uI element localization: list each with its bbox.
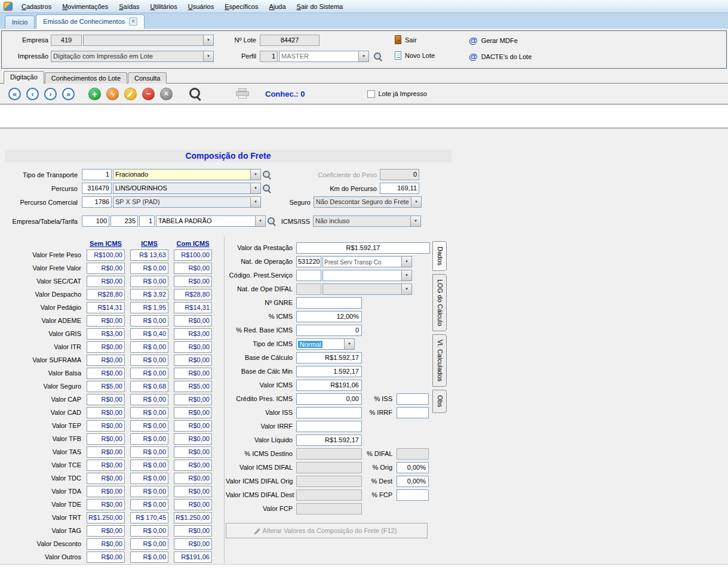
search-icon[interactable] <box>373 52 382 61</box>
field-valor-icms-difal-orig[interactable] <box>296 476 362 487</box>
valor-sem-icms[interactable]: R$0,00 <box>87 486 125 497</box>
field-dest[interactable]: 0,00% <box>397 476 429 487</box>
menu-item-ajuda[interactable]: Ajuda <box>263 1 291 12</box>
dropdown-arrow-icon[interactable]: ▼ <box>203 35 213 45</box>
valor-icms[interactable]: R$ 0,00 <box>130 263 168 274</box>
dropdown-arrow-icon[interactable]: ▼ <box>410 216 420 226</box>
valor-icms[interactable]: R$ 0,00 <box>130 551 168 563</box>
empresa-combo[interactable]: ▼ <box>83 35 214 46</box>
valor-com-icms[interactable]: R$0,00 <box>174 263 212 274</box>
valor-sem-icms[interactable]: R$0,00 <box>87 420 125 432</box>
valor-com-icms[interactable]: R$0,00 <box>174 538 212 550</box>
valor-icms[interactable]: R$ 1,95 <box>130 302 168 313</box>
valor-sem-icms[interactable]: R$0,00 <box>87 446 125 458</box>
valor-sem-icms[interactable]: R$0,00 <box>87 315 125 326</box>
valor-icms[interactable]: R$ 0,00 <box>130 394 168 405</box>
valor-icms[interactable]: R$ 0,00 <box>130 420 168 432</box>
valor-icms[interactable]: R$ 0,00 <box>130 315 168 326</box>
valor-icms[interactable]: R$ 0,00 <box>130 407 168 418</box>
field-orig[interactable]: 0,00% <box>397 462 429 473</box>
tab-inicio[interactable]: Início <box>5 16 35 29</box>
valor-com-icms[interactable]: R$0,00 <box>174 315 212 326</box>
nav-last-button[interactable]: » <box>62 88 75 100</box>
valor-com-icms[interactable]: R$0,00 <box>174 341 212 353</box>
search-icon[interactable] <box>189 87 202 100</box>
valor-com-icms[interactable]: R$0,00 <box>174 394 212 405</box>
edit-button[interactable] <box>124 88 137 100</box>
valor-icms[interactable]: R$ 0,00 <box>130 538 168 550</box>
valor-sem-icms[interactable]: R$0,00 <box>87 407 125 418</box>
valor-icms[interactable]: R$ 13,63 <box>130 249 168 261</box>
valor-icms[interactable]: R$ 0,00 <box>130 486 168 497</box>
valor-com-icms[interactable]: R$0,00 <box>174 433 212 445</box>
valor-com-icms[interactable]: R$0,00 <box>174 355 212 366</box>
dropdown-arrow-icon[interactable]: ▼ <box>401 257 411 267</box>
lote-field[interactable]: 84427 <box>260 35 320 46</box>
combo-codigo-prest-servico[interactable]: ▼ <box>322 270 412 281</box>
field-iss[interactable] <box>397 393 429 405</box>
side-tab-vl-calculados[interactable]: Vl. Calculados <box>432 334 447 387</box>
valor-icms[interactable]: R$ 0,00 <box>130 355 168 366</box>
field-valor-irrf[interactable] <box>296 421 362 432</box>
valor-sem-icms[interactable]: R$0,00 <box>87 551 125 563</box>
field-n-gnre[interactable] <box>296 297 362 309</box>
field-fcp[interactable] <box>397 489 429 501</box>
sub-tab-consulta[interactable]: Consulta <box>128 72 167 84</box>
field-difal[interactable] <box>397 448 429 460</box>
menu-item-saidas[interactable]: Saídas <box>113 1 145 12</box>
valor-icms[interactable]: R$ 170,45 <box>130 512 168 523</box>
percurso-comercial-code-field[interactable]: 1786 <box>82 196 112 208</box>
dropdown-arrow-icon[interactable]: ▼ <box>203 51 213 61</box>
percurso-code-field[interactable]: 316479 <box>82 183 112 194</box>
add-button[interactable]: + <box>88 88 101 100</box>
valor-com-icms[interactable]: R$0,00 <box>174 407 212 418</box>
valor-sem-icms[interactable]: R$0,00 <box>87 433 125 445</box>
valor-com-icms[interactable]: R$191,06 <box>174 551 212 563</box>
km-percurso-field[interactable]: 169,11 <box>380 183 419 194</box>
menu-item-movimentacoes[interactable]: Movimentações <box>57 1 113 12</box>
dropdown-arrow-icon[interactable]: ▼ <box>358 51 368 61</box>
dropdown-arrow-icon[interactable]: ▼ <box>401 284 411 294</box>
dacte-lote-button[interactable]: @ DACTE's do Lote <box>469 52 532 61</box>
code-codigo-prest-servico[interactable] <box>296 270 321 281</box>
field-valor-iss[interactable] <box>296 407 362 418</box>
tarifa-tarifa-field[interactable]: 1 <box>139 215 155 227</box>
quick-emit-button[interactable]: ϟ <box>106 88 119 100</box>
field-credito-pres-icms[interactable]: 0,00 <box>296 393 362 405</box>
valor-sem-icms[interactable]: R$0,00 <box>87 368 125 379</box>
valor-icms[interactable]: R$ 0,40 <box>130 328 168 340</box>
valor-sem-icms[interactable]: R$0,00 <box>87 473 125 484</box>
novo-lote-button[interactable]: Novo Lote <box>395 51 435 60</box>
valor-com-icms[interactable]: R$0,00 <box>174 276 212 287</box>
valor-sem-icms[interactable]: R$1.250,00 <box>87 512 125 523</box>
alterar-valores-button[interactable]: Alterar Valores da Composição do Frete (… <box>226 523 428 538</box>
valor-com-icms[interactable]: R$0,00 <box>174 486 212 497</box>
valor-icms[interactable]: R$ 0,00 <box>130 525 168 537</box>
valor-com-icms[interactable]: R$100,00 <box>174 249 212 261</box>
percurso-combo[interactable]: LINS/OURINHOS ▼ <box>113 183 261 194</box>
menu-item-utilitarios[interactable]: Utilitários <box>145 1 182 12</box>
valor-icms[interactable]: R$ 0,00 <box>130 341 168 353</box>
valor-icms[interactable]: R$ 0,00 <box>130 460 168 471</box>
impressao-combo[interactable]: Digitação com Impressão em Lote ▼ <box>51 51 214 62</box>
valor-com-icms[interactable]: R$0,00 <box>174 525 212 537</box>
percurso-comercial-combo[interactable]: SP X SP (PAD) ▼ <box>113 196 261 208</box>
valor-sem-icms[interactable]: R$14,31 <box>87 302 125 313</box>
valor-sem-icms[interactable]: R$3,00 <box>87 328 125 340</box>
dropdown-arrow-icon[interactable]: ▼ <box>250 197 260 207</box>
valor-icms[interactable]: R$ 0,00 <box>130 473 168 484</box>
sub-tab-digitacao[interactable]: Digitação <box>4 71 44 84</box>
valor-sem-icms[interactable]: R$100,00 <box>87 249 125 261</box>
nav-prev-button[interactable]: ‹ <box>26 88 39 100</box>
tab-close-icon[interactable]: × <box>129 17 137 26</box>
dropdown-arrow-icon[interactable]: ▼ <box>250 183 260 193</box>
combo-tipo-de-icms[interactable]: Normal▼ <box>296 338 355 350</box>
valor-sem-icms[interactable]: R$28,80 <box>87 289 125 300</box>
field-base-de-calculo[interactable]: R$1.592,17 <box>296 352 362 363</box>
tipo-transporte-combo[interactable]: Fracionado ▼ <box>113 169 261 180</box>
valor-com-icms[interactable]: R$14,31 <box>174 302 212 313</box>
valor-sem-icms[interactable]: R$0,00 <box>87 538 125 550</box>
valor-com-icms[interactable]: R$0,00 <box>174 420 212 432</box>
checkbox-icon[interactable] <box>367 90 375 98</box>
valor-com-icms[interactable]: R$5,00 <box>174 381 212 392</box>
